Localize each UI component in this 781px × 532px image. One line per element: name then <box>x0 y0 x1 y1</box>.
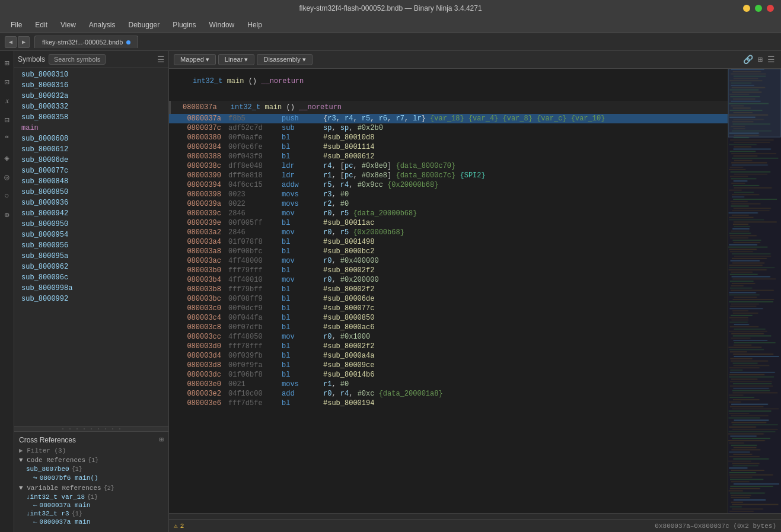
table-row[interactable]: 0800039a0022movsr2, #0 <box>169 199 728 209</box>
table-row[interactable]: 080003b44ff40010movr0, #0x200000 <box>169 275 728 285</box>
symbol-item[interactable]: sub_8000850 <box>14 187 168 197</box>
circle-icon[interactable]: ○ <box>1 190 13 202</box>
editor-scroll[interactable]: int32_t main () __noreturn 0800037a int3… <box>169 69 728 513</box>
maximize-button[interactable] <box>755 5 762 12</box>
table-row[interactable]: 0800039e00f005ffbl#sub_80011ac <box>169 218 728 228</box>
table-row[interactable]: 080003c000f0dcf9bl#sub_800077c <box>169 304 728 313</box>
symbol-item[interactable]: sub_8000358 <box>14 112 168 123</box>
table-row[interactable]: 080003ac4ff48000movr0, #0x400000 <box>169 256 728 266</box>
symbol-item[interactable]: sub_800095a <box>14 251 168 262</box>
table-row[interactable]: 080003c400f044fabl#sub_8000850 <box>169 313 728 323</box>
symbol-item[interactable]: sub_800096c <box>14 272 168 283</box>
menu-item-analysis[interactable]: Analysis <box>83 19 122 31</box>
symbol-item[interactable]: sub_8000316 <box>14 80 168 91</box>
symbol-item[interactable]: sub_8000954 <box>14 230 168 240</box>
table-row[interactable]: 080003c800f07dfbbl#sub_8000ac6 <box>169 323 728 332</box>
xref-var2[interactable]: ↓int32_t r3 {1} <box>19 509 164 518</box>
status-warning: ⚠ 2 <box>174 522 184 530</box>
symbol-item[interactable]: sub_8000310 <box>14 69 168 80</box>
forward-button[interactable]: ▶ <box>18 36 30 48</box>
symbol-item[interactable]: sub_80006de <box>14 155 168 165</box>
menu-item-plugins[interactable]: Plugins <box>167 19 202 31</box>
plugin-icon[interactable]: ⊕ <box>1 209 13 221</box>
symbol-item[interactable]: sub_8000998a <box>14 283 168 294</box>
columns-icon[interactable]: ⊞ <box>757 53 764 66</box>
xref-new-icon[interactable]: ⊞ <box>160 435 164 444</box>
layers-icon[interactable]: ⊟ <box>1 114 13 126</box>
symbol-item[interactable]: sub_8000936 <box>14 197 168 208</box>
table-row[interactable]: 0800039404f6cc15addwr5, r4, #0x9cc {0x20… <box>169 180 728 190</box>
symbol-item[interactable]: sub_8000332 <box>14 101 168 112</box>
search-symbols-button[interactable]: Search symbols <box>49 54 106 65</box>
table-row[interactable]: 080003b0fff79fffbl#sub_80002f2 <box>169 266 728 275</box>
symbol-item[interactable]: sub_8000950 <box>14 219 168 230</box>
table-row[interactable]: 080003980023movsr3, #0 <box>169 190 728 199</box>
menu-item-file[interactable]: File <box>5 19 28 31</box>
close-button[interactable] <box>767 5 774 12</box>
table-row[interactable]: 080003a22846movr0, r5 {0x20000b68} <box>169 228 728 237</box>
symbol-item[interactable]: sub_800032a <box>14 91 168 101</box>
xref-var1[interactable]: ↓int32_t var_18 {1} <box>19 493 164 501</box>
xref-var-refs-header[interactable]: ▼ Variable References {2} <box>19 485 164 492</box>
xref-code-ref-sub[interactable]: sub_8007be0 {1} <box>19 465 164 473</box>
xref-arrow: ↪ <box>33 474 37 482</box>
xref-var1-entry-label: 0800037a main <box>40 502 91 509</box>
table-row[interactable]: 080003b8fff79bffbl#sub_80002f2 <box>169 285 728 294</box>
menu-item-view[interactable]: View <box>55 19 82 31</box>
table-row[interactable]: 080003d0fff78fffbl#sub_80002f2 <box>169 342 728 351</box>
table-row[interactable]: 080003d400f039fbbl#sub_8000a4a <box>169 351 728 361</box>
menu-icon[interactable]: ☰ <box>766 53 776 66</box>
menu-item-debugger[interactable]: Debugger <box>123 19 166 31</box>
sidebar-menu-icon[interactable]: ☰ <box>157 55 165 65</box>
table-row[interactable]: 0800037af8b5push{r3, r4, r5, r6, r7, lr}… <box>169 114 728 123</box>
table-row[interactable]: 0800038000f0aafebl#sub_80010d8 <box>169 133 728 142</box>
symbol-item[interactable]: main <box>14 123 168 133</box>
symbol-item[interactable]: sub_8000962 <box>14 262 168 272</box>
table-row[interactable]: 0800038800f043f9bl#sub_8000612 <box>169 152 728 161</box>
symbol-item[interactable]: sub_8000956 <box>14 240 168 251</box>
quotes-icon[interactable]: ❝ <box>1 133 13 145</box>
menu-item-window[interactable]: Window <box>203 19 241 31</box>
table-row[interactable]: 0800038400f0c6febl#sub_8001114 <box>169 142 728 152</box>
xref-var2-entry[interactable]: ← 0800037a main <box>19 518 164 526</box>
table-row[interactable]: 080003dc01f06bf8bl#sub_80014b6 <box>169 370 728 380</box>
menu-item-edit[interactable]: Edit <box>29 19 53 31</box>
function-icon[interactable]: 𝑥 <box>1 95 13 107</box>
xref-code-refs-header[interactable]: ▼ Code References {1} <box>19 457 164 464</box>
linear-button[interactable]: Linear ▾ <box>218 54 255 65</box>
symbols-list[interactable]: sub_8000310sub_8000316sub_800032asub_800… <box>14 68 168 426</box>
tab-main[interactable]: flkey-stm32f...-000052.bndb <box>34 36 138 48</box>
back-button[interactable]: ◀ <box>5 36 17 48</box>
user-icon[interactable]: ◎ <box>1 171 13 183</box>
xref-sub-entry[interactable]: ↪ 08007bf6 main() <box>19 473 164 482</box>
table-row[interactable]: 080003e204f10c00addr0, r4, #0xc {data_20… <box>169 389 728 399</box>
disasm-button[interactable]: Disassembly ▾ <box>257 54 312 65</box>
table-row[interactable]: 08000390dff8e818ldrr1, [pc, #0x8e8] {dat… <box>169 171 728 180</box>
symbol-item[interactable]: sub_8000942 <box>14 208 168 219</box>
hash-icon[interactable]: ⊞ <box>1 57 13 69</box>
tag-icon[interactable]: ◈ <box>1 152 13 164</box>
link-icon[interactable]: 🔗 <box>742 53 754 66</box>
table-row[interactable]: 0800038cdff8e048ldrr4, [pc, #0x8e0] {dat… <box>169 161 728 171</box>
person-icon[interactable]: ⊡ <box>1 76 13 88</box>
table-row[interactable]: 080003e6fff7d5febl#sub_8000194 <box>169 399 728 408</box>
symbol-item[interactable]: sub_8000848 <box>14 176 168 187</box>
menu-item-help[interactable]: Help <box>241 19 268 31</box>
symbol-item[interactable]: sub_800077c <box>14 165 168 176</box>
symbol-item[interactable]: sub_8000992 <box>14 294 168 304</box>
symbol-item[interactable]: sub_8000612 <box>14 144 168 155</box>
symbol-item[interactable]: sub_8000608 <box>14 133 168 144</box>
xref-var1-entry[interactable]: ← 0800037a main <box>19 501 164 509</box>
table-row[interactable]: 080003d800f0f9fabl#sub_80009ce <box>169 361 728 370</box>
table-row[interactable]: 0800039c2846movr0, r5 {data_20000b68} <box>169 209 728 218</box>
table-row[interactable]: 080003a800f00bfcbl#sub_8000bc2 <box>169 247 728 256</box>
table-row[interactable]: 080003cc4ff48050movr0, #0x1000 <box>169 332 728 342</box>
mapped-button[interactable]: Mapped ▾ <box>174 54 216 65</box>
horizontal-scrollbar[interactable] <box>169 513 781 519</box>
table-row[interactable]: 080003bc00f08ff9bl#sub_80006de <box>169 294 728 304</box>
table-row[interactable]: 0800037cadf52c7dsubsp, sp, #0x2b0 <box>169 123 728 133</box>
minimize-button[interactable] <box>743 5 750 12</box>
xref-filter[interactable]: ▶ Filter (3) <box>19 447 164 454</box>
table-row[interactable]: 080003a401f078f8bl#sub_8001498 <box>169 237 728 247</box>
table-row[interactable]: 080003e00021movsr1, #0 <box>169 380 728 389</box>
